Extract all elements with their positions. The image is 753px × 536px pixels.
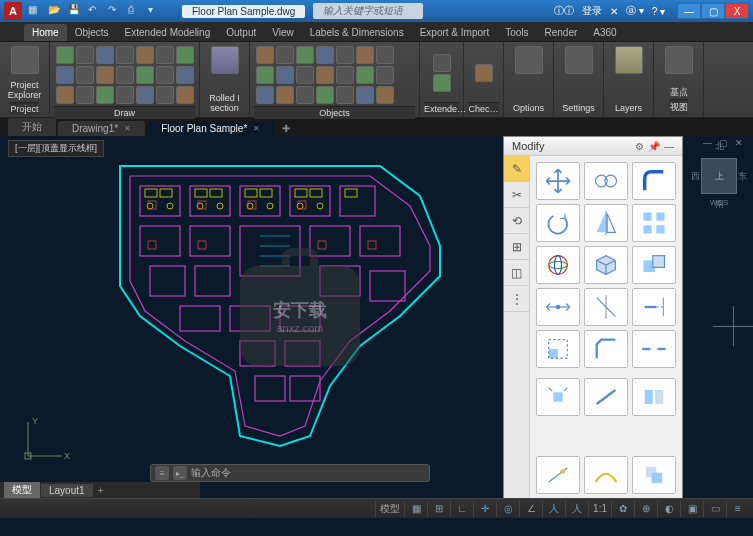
grid-toggle-icon[interactable]: ▦ (409, 502, 423, 516)
obj-tool-icon[interactable] (296, 86, 314, 104)
hatch-tool-icon[interactable] (176, 46, 194, 64)
layers-icon[interactable] (615, 46, 643, 74)
layout-tab-model[interactable]: 模型 (4, 482, 40, 498)
ribbon-tab-view[interactable]: View (264, 24, 302, 41)
ext-tool-icon[interactable] (433, 54, 451, 72)
obj-tool-icon[interactable] (376, 46, 394, 64)
obj-tool-icon[interactable] (256, 66, 274, 84)
modify-category-array-icon[interactable]: ⊞ (504, 234, 529, 260)
qat-open-icon[interactable]: 📂 (48, 4, 62, 18)
chamfer-tool[interactable] (584, 330, 628, 368)
close-button[interactable]: X (725, 3, 749, 19)
project-explorer-icon[interactable] (11, 46, 39, 74)
add-tab-button[interactable]: ✚ (276, 121, 296, 136)
ribbon-tab-extended-modeling[interactable]: Extended Modeling (117, 24, 219, 41)
doc-tab-start[interactable]: 开始 (8, 118, 56, 136)
stretch-tool[interactable] (536, 288, 580, 326)
annoscale-icon[interactable]: ✿ (616, 502, 630, 516)
obj-tool-icon[interactable] (296, 66, 314, 84)
doc-tab-drawing1[interactable]: Drawing1*✕ (58, 121, 145, 136)
hardware-icon[interactable]: ◐ (662, 502, 676, 516)
help-icon[interactable]: ⓐ ▾ (626, 4, 644, 18)
layout-tab-layout1[interactable]: Layout1 (41, 484, 93, 497)
copy-tool[interactable] (632, 456, 676, 494)
obj-tool-icon[interactable] (256, 46, 274, 64)
modify-category-misc-icon[interactable]: ⋮ (504, 286, 529, 312)
ellipse-tool-icon[interactable] (156, 46, 174, 64)
rolled-section-icon[interactable] (211, 46, 239, 74)
login-button[interactable]: 登录 (582, 4, 602, 18)
ribbon-tab-a360[interactable]: A360 (585, 24, 624, 41)
osnap-toggle-icon[interactable]: ◎ (501, 502, 515, 516)
ray-tool-icon[interactable] (176, 66, 194, 84)
modify-category-tools-icon[interactable]: ✂ (504, 182, 529, 208)
obj-tool-icon[interactable] (316, 86, 334, 104)
edit-spline-tool[interactable] (584, 456, 628, 494)
text-tool-icon[interactable] (96, 66, 114, 84)
view-panel-label[interactable]: 视图 (670, 99, 688, 115)
qat-print-icon[interactable]: ⎙ (128, 4, 142, 18)
fillet-tool[interactable] (632, 162, 676, 200)
command-line[interactable]: ≡ ▸_ 输入命令 (150, 464, 430, 482)
line-tool-icon[interactable] (56, 46, 74, 64)
block-tool-icon[interactable] (156, 66, 174, 84)
circle-tool-icon[interactable] (96, 46, 114, 64)
polyline-tool-icon[interactable] (76, 46, 94, 64)
objects-panel-label[interactable]: Objects (254, 106, 415, 119)
revcloud-tool-icon[interactable] (116, 86, 134, 104)
rect-tool-icon[interactable] (136, 46, 154, 64)
obj-tool-icon[interactable] (356, 86, 374, 104)
3dmove-tool[interactable] (584, 246, 628, 284)
close-icon[interactable]: ✕ (253, 124, 260, 133)
draw-panel-label[interactable]: Draw (54, 106, 195, 119)
close-icon[interactable]: ✕ (124, 124, 131, 133)
ext-tool-icon[interactable] (433, 74, 451, 92)
info-icon[interactable]: ⓘⓘ (554, 4, 574, 18)
clean-icon[interactable]: ▭ (708, 502, 722, 516)
obj-tool-icon[interactable] (376, 66, 394, 84)
options-icon[interactable] (515, 46, 543, 74)
extende-panel-label[interactable]: Extende… (424, 102, 459, 115)
base-icon[interactable] (665, 46, 693, 74)
viewcube[interactable]: 上 (701, 158, 737, 194)
minimize-button[interactable]: — (677, 3, 701, 19)
exchange-icon[interactable]: ✕ (610, 6, 618, 17)
obj-tool-icon[interactable] (316, 46, 334, 64)
modify-category-transform-icon[interactable]: ⟲ (504, 208, 529, 234)
project-panel-label[interactable]: Project (10, 102, 38, 115)
qat-new-icon[interactable]: ▦ (28, 4, 42, 18)
ribbon-tab-labels[interactable]: Labels & Dimensions (302, 24, 412, 41)
customize-icon[interactable]: ≡ (731, 502, 745, 516)
break-tool[interactable] (632, 330, 676, 368)
chec-tool-icon[interactable] (475, 64, 493, 82)
obj-tool-icon[interactable] (336, 66, 354, 84)
obj-tool-icon[interactable] (276, 86, 294, 104)
app-logo[interactable]: A (4, 2, 22, 20)
helix-tool-icon[interactable] (156, 86, 174, 104)
3dpoly-tool-icon[interactable] (176, 86, 194, 104)
align-tool[interactable] (632, 378, 676, 416)
xline-tool-icon[interactable] (56, 86, 74, 104)
spline-tool-icon[interactable] (56, 66, 74, 84)
obj-tool-icon[interactable] (296, 46, 314, 64)
obj-tool-icon[interactable] (356, 46, 374, 64)
modify-category-edit-icon[interactable]: ✎ (504, 156, 529, 182)
mirror-tool[interactable] (584, 204, 628, 242)
add-layout-button[interactable]: + (94, 485, 108, 496)
dyn-toggle-icon[interactable]: 人 (547, 502, 561, 516)
qat-save-icon[interactable]: 💾 (68, 4, 82, 18)
offset-tool[interactable] (584, 162, 628, 200)
3drotate-tool[interactable] (536, 246, 580, 284)
modify-palette[interactable]: Modify ⚙ 📌 — ✎ ✂ ⟲ ⊞ ◫ ⋮ (503, 136, 683, 498)
command-prompt-icon[interactable]: ▸_ (173, 466, 187, 480)
settings-icon[interactable] (565, 46, 593, 74)
3dalign-tool[interactable] (632, 246, 676, 284)
arc-tool-icon[interactable] (116, 46, 134, 64)
maximize-button[interactable]: ▢ (701, 3, 725, 19)
chec-panel-label[interactable]: Chec… (468, 102, 499, 115)
qat-undo-icon[interactable]: ↶ (88, 4, 102, 18)
obj-tool-icon[interactable] (256, 86, 274, 104)
help2-icon[interactable]: ? ▾ (652, 6, 665, 17)
obj-tool-icon[interactable] (356, 66, 374, 84)
ribbon-tab-render[interactable]: Render (537, 24, 586, 41)
